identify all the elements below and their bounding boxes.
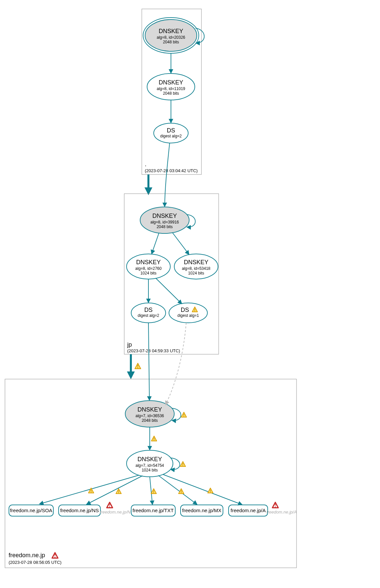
svg-text:digest alg=2: digest alg=2: [137, 313, 159, 318]
svg-text:1024 bits: 1024 bits: [142, 468, 158, 472]
svg-text:alg=8, id=2760: alg=8, id=2760: [135, 266, 162, 271]
svg-text:DNSKEY: DNSKEY: [184, 259, 208, 266]
svg-text:1024 bits: 1024 bits: [140, 271, 157, 275]
svg-text:DNSKEY: DNSKEY: [152, 213, 177, 219]
svg-text:freedom.ne.jp/TXT: freedom.ne.jp/TXT: [133, 508, 174, 513]
svg-text:digest alg=2: digest alg=2: [160, 134, 182, 138]
record-ns: freedom.ne.jp/NS: [59, 505, 100, 516]
svg-text:2048 bits: 2048 bits: [163, 40, 179, 44]
edge-jpds1-leafksk: [148, 323, 149, 400]
warning-icon: [151, 436, 157, 441]
node-root-zsk: DNSKEY alg=8, id=11019 2048 bits: [147, 74, 195, 100]
svg-text:DS: DS: [144, 307, 152, 313]
node-jp-zsk1: DNSKEY alg=8, id=2760 1024 bits: [127, 254, 170, 279]
svg-text:alg=7, id=54754: alg=7, id=54754: [136, 463, 164, 468]
warning-icon: [135, 363, 141, 369]
svg-text:2048 bits: 2048 bits: [163, 91, 179, 96]
edge-zsk-a: [163, 474, 242, 505]
warning-icon: [208, 488, 213, 493]
svg-text:freedom.ne.jp/A: freedom.ne.jp/A: [231, 508, 266, 513]
edge-zsk-ns: [87, 476, 142, 504]
edge-jpds2-leafksk: [166, 323, 186, 405]
node-jp-zsk2: DNSKEY alg=8, id=53418 1024 bits: [174, 254, 218, 279]
error-icon: [272, 502, 278, 508]
zone-label-leaf: freedom.ne.jp: [9, 552, 45, 559]
svg-text:DS: DS: [167, 127, 175, 134]
svg-text:digest alg=1: digest alg=1: [177, 313, 199, 318]
svg-text:DNSKEY: DNSKEY: [159, 79, 183, 86]
faded-ns: freedom.ne.jp/NS: [100, 510, 133, 514]
error-icon: [107, 502, 113, 508]
zone-ts-root: (2023-07-28 03:04:42 UTC): [145, 168, 198, 173]
node-leaf-ksk: DNSKEY alg=7, id=36536 2048 bits: [125, 401, 174, 427]
svg-text:alg=8, id=53418: alg=8, id=53418: [182, 266, 210, 271]
node-leaf-zsk: DNSKEY alg=7, id=54754 1024 bits: [127, 450, 173, 477]
svg-text:DNSKEY: DNSKEY: [136, 259, 161, 266]
edge-zsk-soa: [40, 475, 139, 504]
svg-text:freedom.ne.jp/NS: freedom.ne.jp/NS: [60, 508, 99, 513]
zone-ts-leaf: (2023-07-28 08:56:05 UTC): [9, 560, 62, 565]
dnssec-diagram: ! ! . (2023-07-28 03:04:42 UTC) DNSKEY a…: [0, 0, 380, 588]
record-a: freedom.ne.jp/A: [229, 505, 268, 516]
svg-text:freedom.ne.jp/SOA: freedom.ne.jp/SOA: [10, 508, 52, 513]
zone-label-jp: jp: [127, 341, 132, 348]
node-jp-ds1: DS digest alg=2: [131, 303, 166, 323]
record-soa: freedom.ne.jp/SOA: [9, 505, 53, 516]
svg-text:alg=7, id=36536: alg=7, id=36536: [136, 414, 164, 418]
warning-icon: [151, 489, 156, 494]
svg-text:alg=8, id=20326: alg=8, id=20326: [157, 35, 185, 40]
node-jp-ksk: DNSKEY alg=8, id=39916 2048 bits: [140, 207, 189, 233]
svg-text:DNSKEY: DNSKEY: [137, 456, 162, 463]
svg-text:2048 bits: 2048 bits: [157, 224, 173, 229]
faded-a: freedom.ne.jp/A: [266, 510, 297, 514]
edge-jpzsk1-ds2: [156, 278, 182, 304]
zone-label-root: .: [145, 161, 146, 168]
node-jp-ds2: DS digest alg=1: [169, 303, 207, 323]
svg-text:alg=8, id=39916: alg=8, id=39916: [150, 220, 179, 224]
svg-text:1024 bits: 1024 bits: [188, 271, 204, 275]
error-icon: [52, 553, 58, 558]
edge-jpksk-zsk2: [172, 232, 189, 254]
warning-icon: [181, 412, 187, 417]
svg-text:DNSKEY: DNSKEY: [159, 28, 183, 34]
svg-text:alg=8, id=11019: alg=8, id=11019: [157, 86, 185, 91]
svg-text:freedom.ne.jp/MX: freedom.ne.jp/MX: [182, 508, 221, 513]
svg-text:DS: DS: [181, 307, 189, 313]
zone-ts-jp: (2023-07-28 04:59:33 UTC): [127, 348, 180, 353]
record-mx: freedom.ne.jp/MX: [181, 505, 223, 516]
svg-text:DNSKEY: DNSKEY: [137, 406, 162, 413]
node-root-ds: DS digest alg=2: [154, 123, 188, 143]
edge-jpksk-zsk1: [152, 233, 159, 254]
node-root-ksk: DNSKEY alg=8, id=20326 2048 bits: [143, 18, 199, 53]
warning-icon: [180, 462, 186, 467]
edge-zsk-txt: [150, 477, 152, 504]
warning-icon: [116, 489, 121, 494]
record-txt: freedom.ne.jp/TXT: [131, 505, 175, 516]
svg-text:2048 bits: 2048 bits: [142, 418, 158, 423]
